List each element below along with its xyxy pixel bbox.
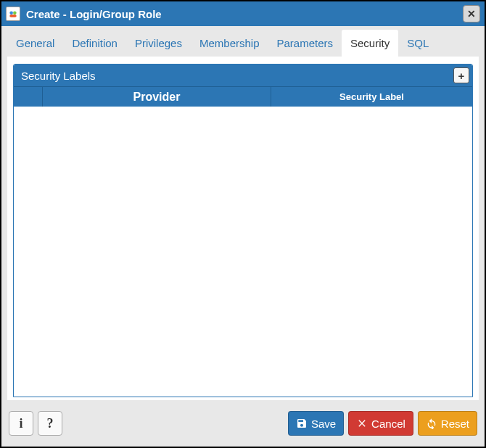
footer: i ? Save Cancel Reset bbox=[7, 406, 479, 441]
tab-definition[interactable]: Definition bbox=[63, 30, 126, 57]
reset-icon bbox=[426, 418, 437, 429]
cancel-icon bbox=[356, 418, 368, 429]
tab-content: Security Labels + Provider Security Labe… bbox=[7, 57, 479, 400]
col-blank bbox=[14, 87, 43, 107]
window-title: Create - Login/Group Role bbox=[26, 8, 162, 20]
info-icon: i bbox=[19, 416, 22, 431]
help-button[interactable]: ? bbox=[38, 411, 62, 436]
info-button[interactable]: i bbox=[9, 411, 33, 436]
security-labels-panel: Security Labels + Provider Security Labe… bbox=[13, 64, 473, 397]
add-row-button[interactable]: + bbox=[453, 67, 469, 83]
dialog-frame: Create - Login/Group Role ✕ General Defi… bbox=[0, 0, 486, 448]
plus-icon: + bbox=[458, 70, 465, 82]
reset-button[interactable]: Reset bbox=[418, 411, 477, 436]
save-button[interactable]: Save bbox=[288, 411, 344, 436]
col-provider: Provider bbox=[43, 87, 271, 107]
svg-rect-2 bbox=[9, 14, 16, 17]
table-body bbox=[14, 107, 472, 397]
tab-sql[interactable]: SQL bbox=[398, 30, 437, 57]
panel-header: Security Labels + bbox=[14, 65, 472, 86]
save-label: Save bbox=[311, 418, 336, 430]
tab-privileges[interactable]: Privileges bbox=[126, 30, 191, 57]
panel-title: Security Labels bbox=[21, 70, 96, 82]
cancel-button[interactable]: Cancel bbox=[348, 411, 413, 436]
svg-point-0 bbox=[9, 12, 13, 15]
close-button[interactable]: ✕ bbox=[463, 5, 480, 22]
close-icon: ✕ bbox=[467, 9, 476, 19]
tabbar: General Definition Privileges Membership… bbox=[1, 26, 485, 57]
tab-parameters[interactable]: Parameters bbox=[268, 30, 342, 57]
tab-general[interactable]: General bbox=[7, 30, 63, 57]
cancel-label: Cancel bbox=[371, 418, 405, 430]
col-security-label: Security Label bbox=[271, 87, 472, 107]
help-icon: ? bbox=[47, 416, 54, 431]
svg-point-1 bbox=[13, 12, 17, 15]
table-header: Provider Security Label bbox=[14, 86, 472, 107]
tab-membership[interactable]: Membership bbox=[191, 30, 268, 57]
reset-label: Reset bbox=[441, 418, 469, 430]
save-icon bbox=[296, 418, 308, 429]
tab-security[interactable]: Security bbox=[342, 30, 398, 57]
titlebar: Create - Login/Group Role ✕ bbox=[1, 1, 485, 26]
app-icon bbox=[6, 7, 20, 21]
